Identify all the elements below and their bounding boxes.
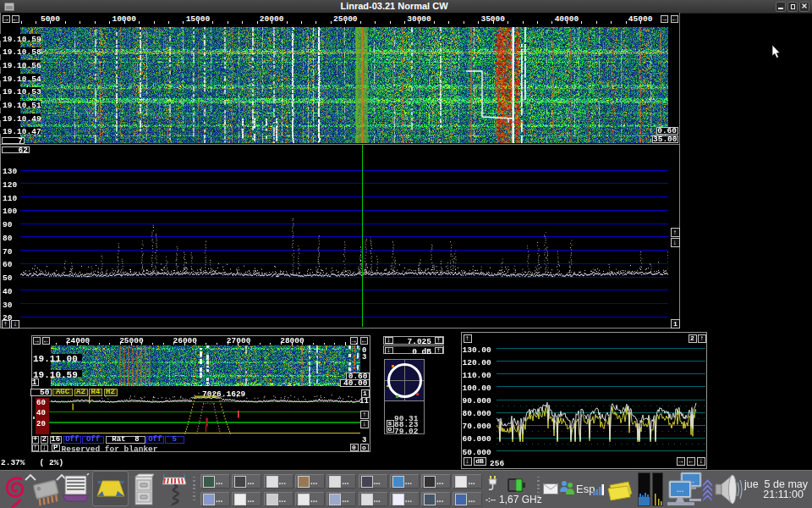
svg-text:...: ... <box>677 484 683 494</box>
